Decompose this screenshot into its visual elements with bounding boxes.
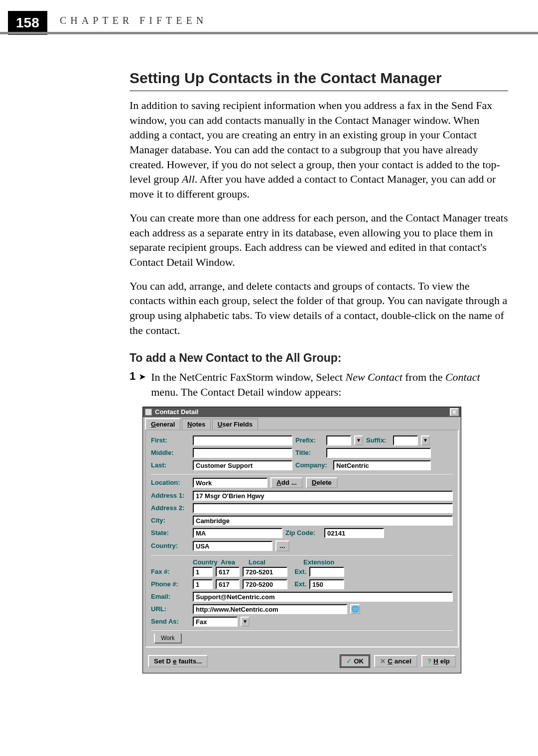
step1-em2: Contact (445, 371, 480, 383)
ok-label: OK (354, 657, 364, 665)
tab-general[interactable]: General (145, 418, 180, 430)
step1-text-a: In the NetCentric FaxStorm window, Selec… (151, 371, 345, 383)
cancel-button[interactable]: ✕ Cancel (374, 655, 417, 667)
tab-notes-label: otes (192, 421, 205, 428)
close-button[interactable]: × (450, 408, 459, 416)
label-phone: Phone #: (151, 580, 190, 588)
last-field[interactable]: Customer Support (193, 460, 292, 470)
step-text: In the NetCentric FaxStorm window, Selec… (151, 370, 508, 399)
check-icon: ✓ (346, 657, 352, 665)
set-defaults-button[interactable]: Set Defaults... (148, 655, 208, 667)
tab-userfields-label: ser Fields (222, 421, 253, 428)
subheading: To add a New Contact to the All Group: (130, 351, 508, 365)
delete-button[interactable]: Delete (306, 477, 338, 488)
step-number: 1 (130, 370, 135, 383)
address2-field[interactable] (193, 503, 453, 513)
button-bar: Set Defaults... ✓OK ✕ Cancel ? Help (143, 649, 461, 673)
title-field[interactable] (326, 448, 431, 458)
label-zip: Zip Code: (285, 529, 321, 537)
step1-em1: New Contact (345, 371, 402, 383)
fax-country-field[interactable]: 1 (193, 567, 213, 577)
tab-userfields[interactable]: User Fields (212, 419, 258, 430)
label-title: Title: (295, 449, 323, 456)
label-fax: Fax #: (151, 568, 190, 575)
general-panel: First: Prefix: ▼ Suffix: ▼ Middle: Title… (145, 430, 459, 648)
country-field[interactable]: USA (193, 541, 272, 551)
phone-country-field[interactable]: 1 (193, 579, 213, 589)
header-rule (0, 32, 538, 34)
delete-button-label: elete (316, 479, 331, 486)
city-field[interactable]: Cambridge (193, 516, 453, 526)
separator-3 (151, 630, 453, 631)
prefix-field[interactable] (326, 435, 351, 445)
suffix-dropdown[interactable]: ▼ (421, 435, 430, 445)
step-arrow-icon: ➤ (138, 371, 146, 382)
tab-strip: General Notes User Fields (143, 417, 461, 430)
first-field[interactable] (193, 435, 292, 445)
chapter-header: CHAPTER FIFTEEN (60, 15, 207, 26)
phone-column-headers: Country Area Local Extension (193, 558, 453, 566)
ok-button[interactable]: ✓OK (340, 654, 370, 668)
separator-2 (151, 554, 453, 555)
add-button-label: dd ... (281, 479, 297, 486)
url-field[interactable]: http://www.NetCentric.com (193, 604, 347, 614)
tab-notes[interactable]: Notes (182, 419, 211, 430)
label-company: Company: (295, 461, 330, 469)
section-title: Setting Up Contacts in the Contact Manag… (130, 70, 508, 87)
fax-ext-field[interactable] (309, 567, 344, 577)
location-field[interactable]: Work (193, 478, 268, 488)
x-icon: ✕ (380, 657, 386, 665)
label-url: URL: (151, 605, 190, 613)
globe-icon: 🌐 (351, 605, 359, 613)
col-extension: Extension (303, 558, 358, 566)
col-area: Area (221, 558, 249, 566)
zip-field[interactable]: 02141 (324, 528, 384, 538)
label-sendas: Send As: (151, 618, 190, 625)
step1-text-b: from the (403, 371, 445, 383)
add-button[interactable]: Add ... (270, 477, 303, 488)
close-icon: × (452, 409, 456, 416)
address1-field[interactable]: 17 Msgr O'Brien Hgwy (193, 491, 453, 501)
tab-general-label: eneral (156, 421, 175, 428)
location-tab-work[interactable]: Work (154, 634, 182, 644)
help-button[interactable]: ? Help (421, 655, 456, 667)
fax-local-field[interactable]: 720-5201 (243, 567, 287, 577)
paragraph-1: In addition to saving recipient informat… (130, 98, 508, 202)
label-prefix: Prefix: (295, 436, 323, 444)
question-icon: ? (427, 657, 431, 665)
browse-url-button[interactable]: 🌐 (350, 604, 360, 614)
label-first: First: (151, 436, 190, 444)
p1-em: All (182, 173, 195, 185)
phone-area-field[interactable]: 617 (216, 579, 240, 589)
fax-area-field[interactable]: 617 (216, 567, 240, 577)
label-phone-ext: Ext. (290, 580, 306, 588)
label-last: Last: (151, 461, 190, 469)
label-location: Location: (151, 479, 190, 486)
phone-local-field[interactable]: 720-5200 (243, 579, 287, 589)
page-number: 158 (8, 11, 47, 35)
label-fax-ext: Ext. (290, 568, 306, 575)
suffix-field[interactable] (393, 435, 418, 445)
label-middle: Middle: (151, 449, 190, 456)
label-suffix: Suffix: (366, 436, 390, 444)
label-address2: Address 2: (151, 504, 190, 512)
sendas-field[interactable]: Fax (193, 617, 238, 627)
paragraph-3: You can add, arrange, and delete contact… (130, 279, 508, 338)
app-icon (145, 409, 152, 416)
state-field[interactable]: MA (193, 528, 282, 538)
step1-text-c: menu. The Contact Detail window appears: (151, 386, 341, 398)
prefix-dropdown[interactable]: ▼ (354, 435, 363, 445)
phone-ext-field[interactable]: 150 (309, 579, 344, 589)
main-content: Setting Up Contacts in the Contact Manag… (130, 70, 508, 673)
country-ellipsis-button[interactable]: ... (275, 540, 289, 551)
paragraph-2: You can create more than one address for… (130, 211, 508, 270)
email-field[interactable]: Support@NetCentric.com (193, 592, 453, 602)
company-field[interactable]: NetCentric (333, 460, 431, 470)
label-address1: Address 1: (151, 492, 190, 499)
titlebar[interactable]: Contact Detail × (143, 407, 461, 417)
dialog-title: Contact Detail (155, 408, 198, 416)
sendas-dropdown[interactable]: ▼ (241, 617, 250, 627)
col-local: Local (249, 558, 303, 566)
label-city: City: (151, 517, 190, 524)
middle-field[interactable] (193, 448, 292, 458)
